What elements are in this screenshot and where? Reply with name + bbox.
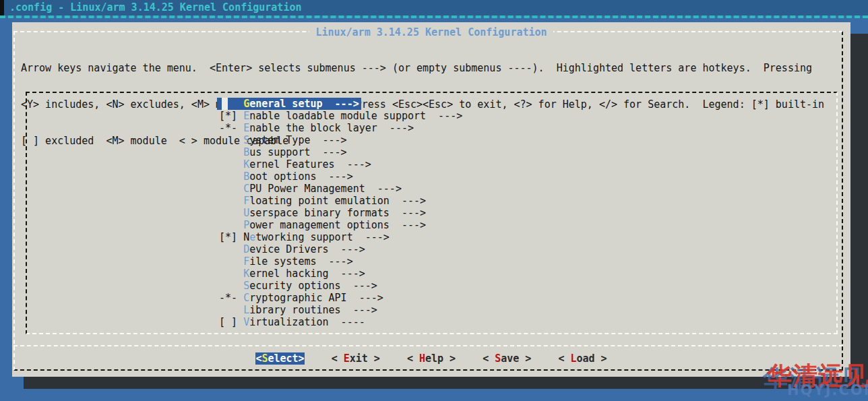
label-text: ave > xyxy=(501,352,531,365)
label-text: oot options ---> xyxy=(249,171,353,183)
label-text xyxy=(219,255,243,268)
hotkey-letter: C xyxy=(243,183,249,195)
hotkey-letter: B xyxy=(243,146,249,158)
hotkey-letter: H xyxy=(419,352,425,365)
button-separator xyxy=(13,345,843,346)
menu-item[interactable]: Floating point emulation ---> xyxy=(217,195,464,207)
label-text: < xyxy=(407,352,419,365)
label-text: nable the block layer ---> xyxy=(249,122,414,134)
menu-item[interactable]: -*- Cryptographic API ---> xyxy=(217,292,464,304)
menu-item[interactable]: Bus support ---> xyxy=(217,146,464,158)
menu-item[interactable]: [*] Enable loadable module support ---> xyxy=(217,110,464,122)
button-row: <Select>< Exit >< Help >< Save >< Load > xyxy=(12,352,850,365)
label-text: ecurity options ---> xyxy=(249,280,377,292)
label-text: loating point emulation ---> xyxy=(249,195,426,207)
label-text: ibrary routines ---> xyxy=(249,304,377,316)
label-text: < xyxy=(483,352,495,365)
label-text: oad > xyxy=(576,352,607,365)
hotkey-letter: D xyxy=(243,243,249,255)
label-text: [*] xyxy=(219,231,243,243)
hotkey-letter: V xyxy=(243,316,249,328)
label-text: nable loadable module support ---> xyxy=(249,110,462,122)
label-text: [*] xyxy=(219,110,243,122)
hotkey-letter: F xyxy=(243,255,249,268)
label-text xyxy=(219,207,243,219)
label-text: tworking support ---> xyxy=(255,231,390,243)
menu-list: General setup --->[*] Enable loadable mo… xyxy=(217,98,464,328)
label-text: -*- xyxy=(219,292,243,304)
dialog-shadow-right xyxy=(850,34,868,389)
label-text: PU Power Management ---> xyxy=(249,183,402,195)
hotkey-letter: U xyxy=(243,207,249,219)
dialog-title: Linux/arm 3.14.25 Kernel Configuration xyxy=(12,26,850,38)
hotkey-letter: E xyxy=(344,352,350,365)
exit-button[interactable]: < Exit > xyxy=(332,352,380,365)
menu-item[interactable]: Kernel Features ---> xyxy=(217,158,464,171)
menu-item[interactable]: Security options ---> xyxy=(217,280,464,292)
instruction-line: Arrow keys navigate the menu. <Enter> se… xyxy=(21,62,824,74)
hotkey-letter: G xyxy=(243,98,249,110)
menu-item[interactable]: CPU Power Management ---> xyxy=(217,183,464,195)
menu-item[interactable]: Device Drivers ---> xyxy=(217,243,464,255)
hotkey-letter: S xyxy=(243,280,249,292)
menu-item[interactable]: Userspace binary formats ---> xyxy=(217,207,464,219)
label-text: ernel Features ---> xyxy=(249,158,371,171)
label-text xyxy=(219,243,243,255)
label-text: -*- xyxy=(219,122,243,134)
label-text: xit > xyxy=(350,352,380,365)
menu-item[interactable]: Library routines ---> xyxy=(217,304,464,316)
label-text: < xyxy=(332,352,344,365)
label-text xyxy=(219,158,243,171)
hotkey-letter: C xyxy=(243,292,249,304)
label-text: us support ---> xyxy=(249,146,347,158)
label-text: ryptographic API ---> xyxy=(249,292,383,304)
label-text xyxy=(219,280,243,292)
menu-item[interactable]: Boot options ---> xyxy=(217,171,464,183)
label-text xyxy=(219,171,243,183)
menu-item[interactable]: File systems ---> xyxy=(217,255,464,268)
hotkey-letter: E xyxy=(243,110,249,122)
help-button[interactable]: < Help > xyxy=(407,352,456,365)
config-dialog: Linux/arm 3.14.25 Kernel Configuration A… xyxy=(12,22,850,377)
label-text: elect> xyxy=(268,352,304,365)
dialog-shadow-bottom xyxy=(24,377,868,389)
hotkey-letter: S xyxy=(243,134,249,146)
menu-item[interactable]: [*] Networking support ---> xyxy=(217,231,464,243)
menu-item[interactable]: Power management options ---> xyxy=(217,219,464,231)
hotkey-letter: B xyxy=(243,171,249,183)
label-text xyxy=(219,268,243,280)
label-text: ystem Type ---> xyxy=(249,134,347,146)
menu-item[interactable]: -*- Enable the block layer ---> xyxy=(217,122,464,134)
label-text: eneral setup ---> xyxy=(249,98,359,110)
load-button[interactable]: < Load > xyxy=(558,352,607,365)
label-text: ernel hacking ---> xyxy=(249,268,365,280)
menu-item[interactable]: System Type ---> xyxy=(217,134,464,146)
hotkey-letter: L xyxy=(243,304,249,316)
label-text: irtualization ---- xyxy=(249,316,365,328)
label-text: evice Drivers ---> xyxy=(249,243,365,255)
separator-line xyxy=(0,16,868,18)
label-text: ower management options ---> xyxy=(249,219,426,231)
label-text: N xyxy=(243,231,249,243)
menu-item[interactable]: [ ] Virtualization ---- xyxy=(217,316,464,328)
label-text xyxy=(219,219,243,231)
menu-item[interactable]: General setup ---> xyxy=(217,98,464,110)
label-text: ile systems ---> xyxy=(249,255,353,268)
label-text: < xyxy=(558,352,570,365)
menu-item[interactable]: Kernel hacking ---> xyxy=(217,268,464,280)
label-text: elp > xyxy=(425,352,456,365)
cursor-block xyxy=(222,98,228,110)
hotkey-letter: F xyxy=(243,195,249,207)
label-text xyxy=(219,146,243,158)
hotkey-letter: K xyxy=(243,158,249,171)
terminal-title: .config - Linux/arm 3.14.25 Kernel Confi… xyxy=(9,1,301,13)
hotkey-letter: K xyxy=(243,268,249,280)
save-button[interactable]: < Save > xyxy=(483,352,531,365)
label-text: serspace binary formats ---> xyxy=(249,207,426,219)
hotkey-letter: e xyxy=(249,231,255,243)
terminal-titlebar: .config - Linux/arm 3.14.25 Kernel Confi… xyxy=(0,0,868,16)
hotkey-letter: S xyxy=(495,352,501,365)
hotkey-letter: E xyxy=(243,122,249,134)
hotkey-letter: P xyxy=(243,219,249,231)
select-button[interactable]: <Select> xyxy=(255,352,304,365)
